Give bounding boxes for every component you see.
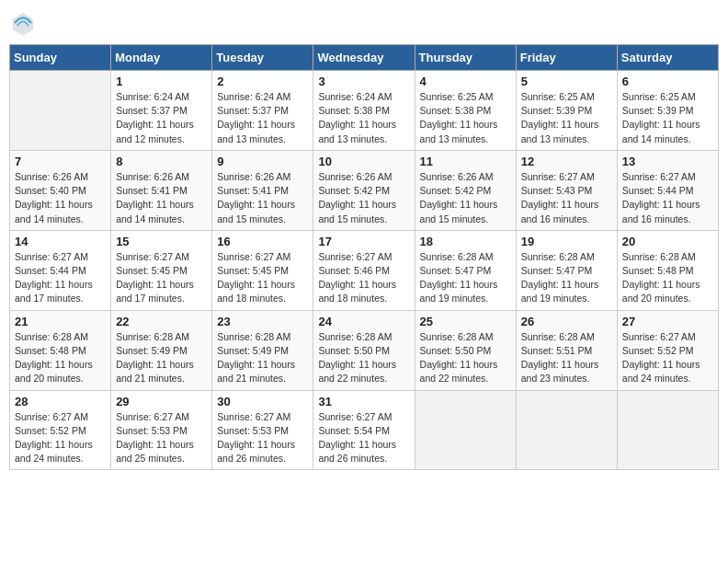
cell-info: Sunrise: 6:27 AM Sunset: 5:43 PM Dayligh… [521,170,612,226]
calendar-cell: 2Sunrise: 6:24 AM Sunset: 5:37 PM Daylig… [212,71,313,151]
calendar-cell: 24Sunrise: 6:28 AM Sunset: 5:50 PM Dayli… [313,310,415,390]
cell-info: Sunrise: 6:28 AM Sunset: 5:48 PM Dayligh… [15,330,106,386]
calendar-cell: 10Sunrise: 6:26 AM Sunset: 5:42 PM Dayli… [313,150,415,230]
column-header-thursday: Thursday [415,45,516,71]
calendar-cell: 5Sunrise: 6:25 AM Sunset: 5:39 PM Daylig… [516,71,617,151]
day-number: 15 [116,235,207,248]
cell-info: Sunrise: 6:24 AM Sunset: 5:37 PM Dayligh… [116,90,207,146]
column-header-friday: Friday [516,45,617,71]
calendar-cell: 7Sunrise: 6:26 AM Sunset: 5:40 PM Daylig… [10,150,111,230]
day-number: 28 [15,395,106,408]
logo-icon [9,9,37,37]
week-row-4: 28Sunrise: 6:27 AM Sunset: 5:52 PM Dayli… [10,390,719,470]
cell-info: Sunrise: 6:27 AM Sunset: 5:53 PM Dayligh… [116,410,207,466]
calendar-cell: 12Sunrise: 6:27 AM Sunset: 5:43 PM Dayli… [516,150,617,230]
day-number: 21 [15,315,106,328]
cell-info: Sunrise: 6:26 AM Sunset: 5:41 PM Dayligh… [116,170,207,226]
calendar-cell: 25Sunrise: 6:28 AM Sunset: 5:50 PM Dayli… [415,310,516,390]
calendar-cell [617,390,718,470]
logo [9,9,40,37]
calendar-cell: 21Sunrise: 6:28 AM Sunset: 5:48 PM Dayli… [10,310,111,390]
week-row-3: 21Sunrise: 6:28 AM Sunset: 5:48 PM Dayli… [10,310,719,390]
day-number: 24 [318,315,409,328]
day-number: 26 [521,315,612,328]
calendar-cell [415,390,516,470]
day-number: 7 [15,155,106,168]
calendar-cell: 3Sunrise: 6:24 AM Sunset: 5:38 PM Daylig… [313,71,415,151]
day-number: 13 [622,155,713,168]
calendar-cell: 9Sunrise: 6:26 AM Sunset: 5:41 PM Daylig… [212,150,313,230]
cell-info: Sunrise: 6:26 AM Sunset: 5:41 PM Dayligh… [217,170,308,226]
cell-info: Sunrise: 6:26 AM Sunset: 5:40 PM Dayligh… [15,170,106,226]
day-number: 10 [318,155,409,168]
day-number: 23 [217,315,308,328]
calendar-cell: 14Sunrise: 6:27 AM Sunset: 5:44 PM Dayli… [10,230,111,310]
day-number: 12 [521,155,612,168]
day-number: 27 [622,315,713,328]
day-number: 4 [420,75,511,88]
cell-info: Sunrise: 6:27 AM Sunset: 5:52 PM Dayligh… [622,330,713,386]
cell-info: Sunrise: 6:28 AM Sunset: 5:47 PM Dayligh… [521,250,612,306]
cell-info: Sunrise: 6:24 AM Sunset: 5:37 PM Dayligh… [217,90,308,146]
cell-info: Sunrise: 6:25 AM Sunset: 5:38 PM Dayligh… [420,90,511,146]
svg-marker-0 [13,13,34,36]
calendar-cell: 23Sunrise: 6:28 AM Sunset: 5:49 PM Dayli… [212,310,313,390]
day-number: 8 [116,155,207,168]
cell-info: Sunrise: 6:28 AM Sunset: 5:51 PM Dayligh… [521,330,612,386]
day-number: 25 [420,315,511,328]
calendar-body: 1Sunrise: 6:24 AM Sunset: 5:37 PM Daylig… [10,71,719,470]
day-number: 29 [116,395,207,408]
day-number: 31 [318,395,409,408]
day-number: 2 [217,75,308,88]
cell-info: Sunrise: 6:28 AM Sunset: 5:50 PM Dayligh… [318,330,409,386]
cell-info: Sunrise: 6:27 AM Sunset: 5:45 PM Dayligh… [217,250,308,306]
calendar-cell: 1Sunrise: 6:24 AM Sunset: 5:37 PM Daylig… [111,71,212,151]
cell-info: Sunrise: 6:28 AM Sunset: 5:47 PM Dayligh… [420,250,511,306]
day-number: 11 [420,155,511,168]
week-row-0: 1Sunrise: 6:24 AM Sunset: 5:37 PM Daylig… [10,71,719,151]
calendar-cell [516,390,617,470]
day-number: 5 [521,75,612,88]
calendar-cell: 16Sunrise: 6:27 AM Sunset: 5:45 PM Dayli… [212,230,313,310]
cell-info: Sunrise: 6:28 AM Sunset: 5:49 PM Dayligh… [116,330,207,386]
day-number: 6 [622,75,713,88]
day-number: 16 [217,235,308,248]
cell-info: Sunrise: 6:26 AM Sunset: 5:42 PM Dayligh… [420,170,511,226]
calendar-cell: 6Sunrise: 6:25 AM Sunset: 5:39 PM Daylig… [617,71,718,151]
week-row-1: 7Sunrise: 6:26 AM Sunset: 5:40 PM Daylig… [10,150,719,230]
day-number: 3 [318,75,409,88]
cell-info: Sunrise: 6:27 AM Sunset: 5:54 PM Dayligh… [318,410,409,466]
day-number: 30 [217,395,308,408]
calendar-table: SundayMondayTuesdayWednesdayThursdayFrid… [9,44,719,470]
day-number: 20 [622,235,713,248]
column-header-wednesday: Wednesday [313,45,415,71]
calendar-cell: 18Sunrise: 6:28 AM Sunset: 5:47 PM Dayli… [415,230,516,310]
calendar-cell: 27Sunrise: 6:27 AM Sunset: 5:52 PM Dayli… [617,310,718,390]
cell-info: Sunrise: 6:26 AM Sunset: 5:42 PM Dayligh… [318,170,409,226]
day-number: 14 [15,235,106,248]
calendar-cell: 17Sunrise: 6:27 AM Sunset: 5:46 PM Dayli… [313,230,415,310]
calendar-cell: 8Sunrise: 6:26 AM Sunset: 5:41 PM Daylig… [111,150,212,230]
day-number: 17 [318,235,409,248]
cell-info: Sunrise: 6:27 AM Sunset: 5:46 PM Dayligh… [318,250,409,306]
cell-info: Sunrise: 6:27 AM Sunset: 5:52 PM Dayligh… [15,410,106,466]
column-header-monday: Monday [111,45,212,71]
cell-info: Sunrise: 6:28 AM Sunset: 5:49 PM Dayligh… [217,330,308,386]
calendar-cell: 4Sunrise: 6:25 AM Sunset: 5:38 PM Daylig… [415,71,516,151]
calendar-cell: 19Sunrise: 6:28 AM Sunset: 5:47 PM Dayli… [516,230,617,310]
week-row-2: 14Sunrise: 6:27 AM Sunset: 5:44 PM Dayli… [10,230,719,310]
day-number: 1 [116,75,207,88]
cell-info: Sunrise: 6:28 AM Sunset: 5:48 PM Dayligh… [622,250,713,306]
cell-info: Sunrise: 6:27 AM Sunset: 5:53 PM Dayligh… [217,410,308,466]
cell-info: Sunrise: 6:27 AM Sunset: 5:44 PM Dayligh… [15,250,106,306]
column-header-tuesday: Tuesday [212,45,313,71]
calendar-cell: 20Sunrise: 6:28 AM Sunset: 5:48 PM Dayli… [617,230,718,310]
calendar-cell: 31Sunrise: 6:27 AM Sunset: 5:54 PM Dayli… [313,390,415,470]
cell-info: Sunrise: 6:25 AM Sunset: 5:39 PM Dayligh… [622,90,713,146]
column-header-sunday: Sunday [10,45,111,71]
calendar-cell: 11Sunrise: 6:26 AM Sunset: 5:42 PM Dayli… [415,150,516,230]
cell-info: Sunrise: 6:28 AM Sunset: 5:50 PM Dayligh… [420,330,511,386]
day-number: 22 [116,315,207,328]
calendar-cell [10,71,111,151]
cell-info: Sunrise: 6:27 AM Sunset: 5:44 PM Dayligh… [622,170,713,226]
